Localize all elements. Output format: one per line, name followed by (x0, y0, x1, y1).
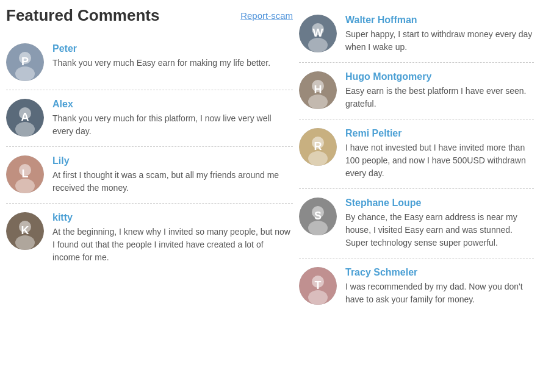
comment-body: PeterThank you very much Easy earn for m… (52, 43, 293, 69)
avatar: T (299, 267, 337, 305)
svg-point-26 (308, 151, 328, 166)
comment-author-name: Remi Peltier (345, 128, 534, 139)
svg-text:K: K (21, 224, 29, 237)
report-scam-link[interactable]: Report-scam (240, 10, 293, 21)
list-item: T Tracy SchmelerI was recommended by my … (299, 258, 534, 315)
svg-text:T: T (315, 279, 322, 291)
svg-point-10 (15, 179, 35, 193)
left-comments-list: P PeterThank you very much Easy earn for… (6, 35, 293, 273)
page-container: Featured Comments Report-scam P PeterTha… (0, 0, 540, 321)
list-item: L LilyAt first I thought it was a scam, … (6, 147, 293, 204)
avatar: S (299, 198, 337, 235)
avatar: K (6, 212, 44, 250)
svg-point-18 (308, 38, 328, 52)
svg-text:A: A (21, 111, 29, 123)
comment-body: LilyAt first I thought it was a scam, bu… (52, 155, 293, 194)
comment-text: At the beginning, I knew why I invited s… (52, 226, 293, 264)
svg-point-30 (308, 221, 328, 235)
list-item: S Stephane LoupeBy chance, the Easy earn… (299, 189, 534, 258)
comment-author-name: Walter Hoffman (345, 15, 534, 26)
comment-author-name: Stephane Loupe (345, 198, 534, 208)
list-item: P PeterThank you very much Easy earn for… (6, 35, 293, 90)
right-column: W Walter HoffmanSuper happy, I start to … (299, 6, 534, 315)
comment-text: At first I thought it was a scam, but al… (52, 169, 293, 194)
comment-body: kittyAt the beginning, I knew why I invi… (52, 212, 293, 264)
comment-author-name: Peter (52, 43, 293, 54)
svg-point-6 (15, 122, 35, 137)
avatar: P (6, 43, 44, 81)
svg-text:W: W (313, 27, 323, 39)
avatar: H (299, 71, 337, 109)
right-comments-list: W Walter HoffmanSuper happy, I start to … (299, 6, 534, 315)
svg-text:S: S (314, 210, 322, 222)
comment-body: Remi PeltierI have not invested but I ha… (345, 128, 534, 180)
list-item: H Hugo MontgomeryEasy earn is the best p… (299, 63, 534, 119)
avatar: L (6, 155, 44, 193)
comment-body: Hugo MontgomeryEasy earn is the best pla… (345, 71, 534, 110)
avatar: A (6, 99, 44, 137)
comment-body: Stephane LoupeBy chance, the Easy earn a… (345, 198, 534, 249)
comment-author-name: Tracy Schmeler (345, 267, 534, 278)
left-column: Featured Comments Report-scam P PeterTha… (6, 6, 293, 315)
comment-author-name: Alex (52, 99, 293, 110)
comment-author-name: Hugo Montgomery (345, 71, 534, 82)
comment-author-name: kitty (52, 212, 293, 223)
comment-text: Thank you very much Easy earn for making… (52, 57, 293, 69)
list-item: R Remi PeltierI have not invested but I … (299, 119, 534, 189)
comment-body: Walter HoffmanSuper happy, I start to wi… (345, 15, 534, 54)
list-item: W Walter HoffmanSuper happy, I start to … (299, 6, 534, 63)
list-item: K kittyAt the beginning, I knew why I in… (6, 204, 293, 273)
svg-text:P: P (21, 55, 29, 68)
svg-text:H: H (314, 84, 322, 96)
comment-text: Easy earn is the best platform I have ev… (345, 85, 534, 110)
comment-text: Thank you very much for this platform, I… (52, 112, 293, 138)
avatar: W (299, 15, 337, 52)
comment-text: By chance, the Easy earn address is near… (345, 211, 534, 249)
svg-point-22 (308, 94, 328, 109)
svg-text:L: L (22, 168, 29, 180)
page-title: Featured Comments (6, 6, 159, 25)
avatar: R (299, 128, 337, 166)
comment-author-name: Lily (52, 155, 293, 166)
comment-body: Tracy SchmelerI was recommended by my da… (345, 267, 534, 306)
list-item: A AlexThank you very much for this platf… (6, 90, 293, 147)
comment-body: AlexThank you very much for this platfor… (52, 99, 293, 138)
svg-point-14 (15, 235, 35, 250)
svg-point-2 (15, 66, 35, 81)
svg-text:R: R (314, 140, 322, 152)
comment-text: I have not invested but I have invited m… (345, 141, 534, 180)
comment-text: Super happy, I start to withdraw money e… (345, 28, 534, 54)
comment-text: I was recommended by my dad. Now you don… (345, 280, 534, 306)
svg-point-34 (308, 290, 328, 305)
header: Featured Comments Report-scam (6, 6, 293, 25)
